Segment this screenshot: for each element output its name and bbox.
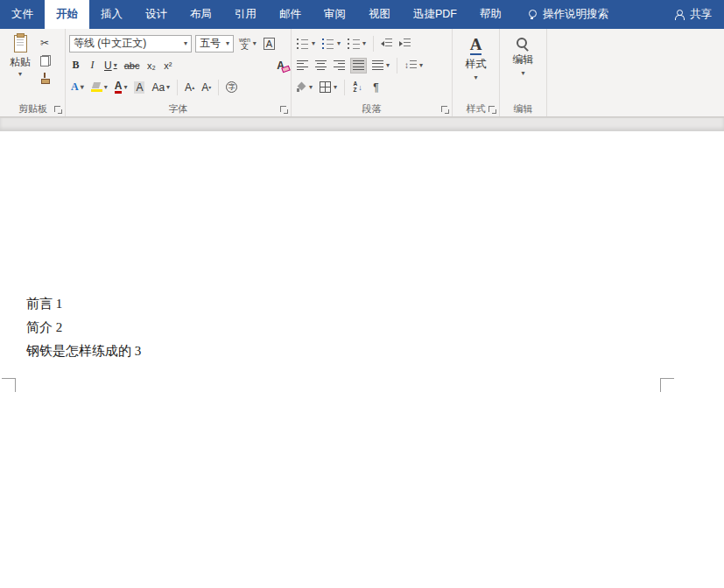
format-painter-icon <box>40 73 49 84</box>
shrink-font-button[interactable]: A <box>200 80 213 95</box>
numbered-list-button[interactable] <box>320 36 342 52</box>
search-icon <box>517 38 530 51</box>
sort-letter-z: Z <box>353 88 357 94</box>
format-painter-button[interactable] <box>40 71 51 85</box>
scissors-icon: ✂ <box>40 37 49 49</box>
enclose-characters-button[interactable]: 字 <box>224 80 239 95</box>
bullet-list-icon <box>297 38 309 49</box>
document-line[interactable]: 钢铁是怎样练成的 3 <box>26 340 724 363</box>
change-case-button[interactable]: Aa <box>150 80 172 95</box>
sort-arrow-icon: ↓ <box>358 83 362 92</box>
document-line[interactable]: 前言 1 <box>26 292 724 316</box>
clipboard-dialog-launcher-icon[interactable] <box>54 106 62 114</box>
shading-button[interactable] <box>295 80 314 95</box>
tab-references[interactable]: 引用 <box>223 0 268 29</box>
share-button[interactable]: 共享 <box>662 0 724 29</box>
tab-pdf-addin[interactable]: 迅捷PDF <box>402 0 468 29</box>
tab-mailings[interactable]: 邮件 <box>268 0 313 29</box>
styles-dropdown-arrow[interactable] <box>474 74 477 81</box>
tab-home[interactable]: 开始 <box>45 0 89 29</box>
superscript-button[interactable]: x² <box>161 58 174 74</box>
distributed-icon <box>372 60 383 70</box>
font-color-icon: A <box>115 81 123 94</box>
character-border-button[interactable]: A <box>262 36 277 52</box>
styles-label: 样式 <box>466 57 487 72</box>
strikethrough-button[interactable]: abc <box>123 58 142 74</box>
show-hide-marks-button[interactable]: ¶ <box>369 80 383 95</box>
align-center-button[interactable] <box>313 58 328 74</box>
align-right-button[interactable] <box>332 58 347 74</box>
line-spacing-button[interactable]: ↕ <box>403 58 425 74</box>
tab-help[interactable]: 帮助 <box>468 0 513 29</box>
numbered-list-icon <box>322 38 334 49</box>
tab-view[interactable]: 视图 <box>357 0 402 29</box>
tab-insert[interactable]: 插入 <box>89 0 134 29</box>
document-top-margin-strip <box>0 117 724 131</box>
sort-button[interactable]: AZ ↓ <box>350 80 365 95</box>
font-size-value: 五号 <box>200 36 221 51</box>
clipboard-group: 粘贴 ✂ 剪贴板 <box>1 29 66 116</box>
editing-button[interactable]: 编辑 <box>503 32 543 102</box>
tab-review[interactable]: 审阅 <box>313 0 357 29</box>
change-case-icon: Aa <box>151 81 165 94</box>
line-spacing-icon: ↕ <box>404 60 409 70</box>
copy-icon <box>40 55 51 66</box>
paint-bucket-icon <box>297 82 306 92</box>
ribbon: 粘贴 ✂ 剪贴板 等线 (中文正文) 五号 wén 文 <box>0 29 724 117</box>
pilcrow-icon: ¶ <box>373 81 378 94</box>
font-dialog-launcher-icon[interactable] <box>280 106 288 114</box>
tab-layout[interactable]: 布局 <box>179 0 223 29</box>
tab-file[interactable]: 文件 <box>0 0 45 29</box>
copy-button[interactable] <box>40 53 51 67</box>
clear-formatting-button[interactable]: A <box>274 58 287 74</box>
cut-button[interactable]: ✂ <box>40 36 51 50</box>
borders-button[interactable] <box>318 80 339 95</box>
document-page[interactable]: 前言 1 简介 2 钢铁是怎样练成的 3 <box>0 292 724 588</box>
paste-button[interactable]: 粘贴 <box>4 32 36 85</box>
font-name-combobox[interactable]: 等线 (中文正文) <box>69 35 192 52</box>
editing-dropdown-arrow[interactable] <box>521 69 524 77</box>
paste-dropdown-arrow[interactable] <box>18 70 22 78</box>
grow-font-button[interactable]: A <box>183 80 196 95</box>
underline-button[interactable]: U <box>102 58 119 74</box>
increase-indent-button[interactable] <box>397 36 412 52</box>
indent-lines-icon <box>385 38 392 49</box>
line-spacing-lines-icon <box>410 60 417 71</box>
tell-me-search[interactable]: 操作说明搜索 <box>527 0 608 29</box>
font-size-combobox[interactable]: 五号 <box>195 35 234 52</box>
character-shading-icon: A <box>134 81 144 94</box>
text-effects-button[interactable]: A <box>69 80 86 95</box>
font-color-button[interactable]: A <box>113 80 130 95</box>
decrease-indent-button[interactable] <box>379 36 394 52</box>
styles-button[interactable]: A 样式 <box>456 32 496 102</box>
subscript-button[interactable]: x₂ <box>144 58 158 74</box>
multilevel-list-button[interactable] <box>346 36 368 52</box>
paragraph-group: ↕ AZ ↓ ¶ 段落 <box>292 29 453 116</box>
lightbulb-icon <box>527 10 537 19</box>
multilevel-list-icon <box>348 38 360 49</box>
paste-label: 粘贴 <box>10 55 31 70</box>
distributed-button[interactable] <box>370 58 391 74</box>
bullet-list-button[interactable] <box>295 36 317 52</box>
italic-button[interactable]: I <box>86 58 99 74</box>
bold-button[interactable]: B <box>69 58 82 74</box>
font-group-label: 字体 <box>66 102 291 116</box>
editing-label: 编辑 <box>513 52 534 67</box>
character-shading-button[interactable]: A <box>132 80 146 95</box>
character-border-icon: A <box>264 38 275 50</box>
paragraph-dialog-launcher-icon[interactable] <box>441 106 449 114</box>
text-highlight-button[interactable] <box>89 80 109 95</box>
document-text[interactable]: 前言 1 简介 2 钢铁是怎样练成的 3 <box>26 292 724 363</box>
document-line[interactable]: 简介 2 <box>26 316 724 340</box>
phonetic-hanzi: 文 <box>241 43 249 51</box>
person-icon <box>674 10 685 20</box>
phonetic-guide-button[interactable]: wén 文 <box>237 36 258 52</box>
tab-design[interactable]: 设计 <box>134 0 179 29</box>
justify-button[interactable] <box>350 58 367 74</box>
highlighter-icon <box>91 82 102 92</box>
styles-group: A 样式 样式 <box>453 29 500 116</box>
clipboard-icon <box>14 35 27 52</box>
align-left-button[interactable] <box>295 58 310 74</box>
align-center-icon <box>315 60 327 70</box>
styles-dialog-launcher-icon[interactable] <box>489 106 496 114</box>
